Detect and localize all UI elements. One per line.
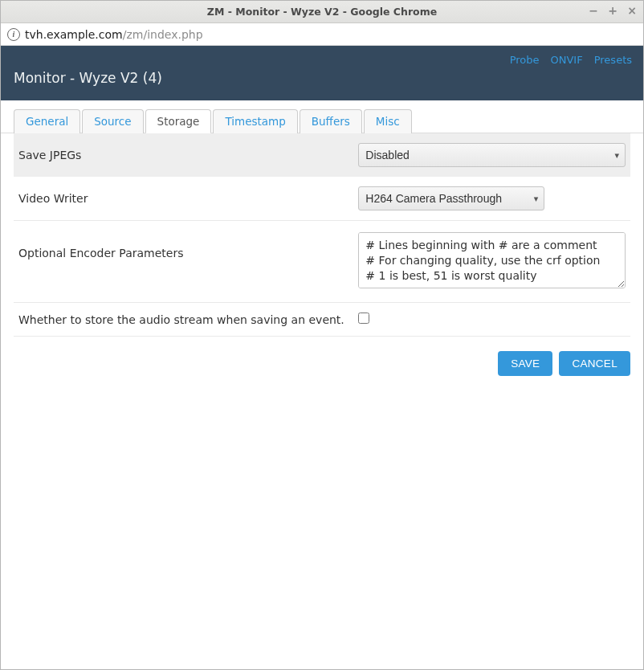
page-header: Probe ONVIF Presets Monitor - Wyze V2 (4… xyxy=(1,46,643,100)
header-links: Probe ONVIF Presets xyxy=(510,54,632,66)
close-icon[interactable]: × xyxy=(626,4,638,17)
tab-timestamp[interactable]: Timestamp xyxy=(213,109,297,133)
tab-misc[interactable]: Misc xyxy=(364,109,412,133)
tab-buffers[interactable]: Buffers xyxy=(300,109,362,133)
label-video-writer: Video Writer xyxy=(18,192,358,205)
label-save-jpegs: Save JPEGs xyxy=(18,149,358,161)
button-row: SAVE CANCEL xyxy=(1,337,643,390)
form-area: Save JPEGs Disabled Video Writer H264 Ca… xyxy=(1,133,643,337)
minimize-icon[interactable]: − xyxy=(587,4,600,17)
save-button[interactable]: SAVE xyxy=(498,351,552,376)
site-info-icon[interactable]: i xyxy=(7,28,20,41)
row-encoder-params: Optional Encoder Parameters xyxy=(14,221,630,303)
textarea-encoder-params[interactable] xyxy=(358,232,626,288)
link-probe[interactable]: Probe xyxy=(510,54,540,66)
tab-source[interactable]: Source xyxy=(82,109,143,133)
select-video-writer[interactable]: H264 Camera Passthrough xyxy=(358,186,544,210)
page-content: Probe ONVIF Presets Monitor - Wyze V2 (4… xyxy=(1,46,643,669)
page-title: Monitor - Wyze V2 (4) xyxy=(14,70,630,86)
tab-storage[interactable]: Storage xyxy=(145,109,212,133)
checkbox-store-audio[interactable] xyxy=(358,313,369,324)
browser-window: ZM - Monitor - Wyze V2 - Google Chrome −… xyxy=(0,0,644,670)
link-onvif[interactable]: ONVIF xyxy=(551,54,583,66)
url-text: tvh.example.com/zm/index.php xyxy=(25,28,203,41)
tab-bar: General Source Storage Timestamp Buffers… xyxy=(1,100,643,133)
url-path: /zm/index.php xyxy=(123,28,203,41)
window-titlebar: ZM - Monitor - Wyze V2 - Google Chrome −… xyxy=(1,1,643,23)
link-presets[interactable]: Presets xyxy=(594,54,632,66)
address-bar[interactable]: i tvh.example.com/zm/index.php xyxy=(1,23,643,46)
row-save-jpegs: Save JPEGs Disabled xyxy=(14,133,630,177)
cancel-button[interactable]: CANCEL xyxy=(559,351,630,376)
url-host: tvh.example.com xyxy=(25,28,123,41)
maximize-icon[interactable]: + xyxy=(606,4,619,17)
tab-general[interactable]: General xyxy=(14,109,80,133)
row-video-writer: Video Writer H264 Camera Passthrough xyxy=(14,177,630,221)
window-title: ZM - Monitor - Wyze V2 - Google Chrome xyxy=(207,6,437,18)
label-encoder-params: Optional Encoder Parameters xyxy=(18,232,358,259)
row-store-audio: Whether to store the audio stream when s… xyxy=(14,303,630,337)
label-store-audio: Whether to store the audio stream when s… xyxy=(18,313,358,326)
select-save-jpegs[interactable]: Disabled xyxy=(358,143,626,167)
window-controls: − + × xyxy=(587,4,638,17)
